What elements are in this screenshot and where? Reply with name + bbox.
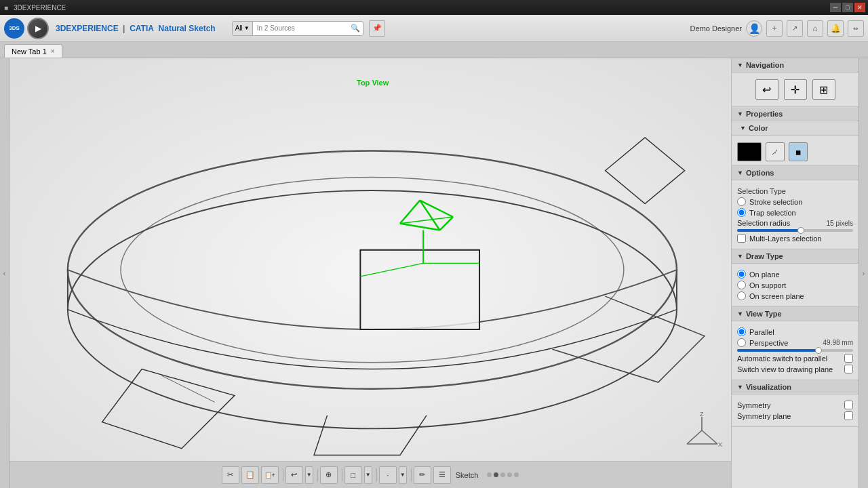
symmetry-checkbox[interactable] xyxy=(844,401,853,409)
pin-button[interactable]: 📌 xyxy=(369,20,385,37)
svg-line-16 xyxy=(702,430,717,444)
window-controls: ─ □ ✕ xyxy=(830,3,865,12)
symmetry-plane-checkbox[interactable] xyxy=(844,411,853,420)
tool-separator-4 xyxy=(374,468,377,482)
sketch-tool-1[interactable]: ✂ xyxy=(222,466,239,484)
sketch-tool-3[interactable]: 📋+ xyxy=(261,466,279,484)
perspective-slider-track xyxy=(737,349,853,352)
dot-4 xyxy=(507,472,512,477)
draw-type-header[interactable]: ▼ Draw Type xyxy=(732,249,859,264)
tool-separator-3 xyxy=(340,468,342,482)
navigation-title: Navigation xyxy=(746,61,784,69)
navigation-section: ▼ Navigation ↩ ✛ ⊞ xyxy=(732,58,859,107)
color-title: Color xyxy=(749,124,768,132)
options-arrow: ▼ xyxy=(737,169,743,176)
slider-track xyxy=(737,229,853,232)
app-icon: ■ xyxy=(4,4,8,12)
options-header[interactable]: ▼ Options xyxy=(732,166,859,180)
on-support-radio[interactable] xyxy=(737,281,746,289)
tab-new-tab-1[interactable]: New Tab 1 × xyxy=(4,44,62,58)
add-button[interactable]: ＋ xyxy=(766,20,783,37)
sketch-tool-extras[interactable]: ☰ xyxy=(433,466,451,484)
selection-radius-label: Selection radius xyxy=(737,219,790,227)
color-header[interactable]: ▼ Color xyxy=(732,121,859,136)
share-button[interactable]: ↗ xyxy=(787,20,803,37)
dot-3 xyxy=(500,472,505,477)
sketch-tool-select[interactable]: ⊕ xyxy=(320,466,338,484)
sketch-tool-undo[interactable]: ↩ xyxy=(285,466,303,484)
perspective-slider-thumb[interactable] xyxy=(815,347,822,354)
nav-move-button[interactable]: ✛ xyxy=(784,79,807,100)
slider-thumb[interactable] xyxy=(797,227,804,234)
view-type-section: ▼ View Type Parallel Perspective 49.98 m… xyxy=(732,307,859,380)
navigation-header[interactable]: ▼ Navigation xyxy=(732,58,859,73)
draw-type-title: Draw Type xyxy=(746,252,783,260)
right-panel-handle[interactable]: › xyxy=(859,58,868,488)
sketch-tool-point2[interactable]: ▼ xyxy=(399,466,407,484)
on-support-row: On support xyxy=(737,281,853,289)
switch-drawing-checkbox[interactable] xyxy=(844,365,853,373)
color-swatch-black[interactable] xyxy=(737,142,762,161)
main-layout: ‹ xyxy=(0,58,868,488)
perspective-slider-fill xyxy=(737,349,818,352)
stroke-selection-radio[interactable] xyxy=(737,197,746,206)
search-bar: All ▼ 🔍 xyxy=(232,21,363,36)
sketch-tool-point[interactable]: · xyxy=(379,466,397,484)
nav-fit-button[interactable]: ⊞ xyxy=(812,79,835,100)
on-screen-plane-radio[interactable] xyxy=(737,291,746,300)
color-gradient-icon[interactable]: ⟋ xyxy=(766,142,785,161)
top-toolbar: 3DS ▶ 3DEXPERIENCE | CATIA Natural Sketc… xyxy=(0,15,868,42)
search-dropdown[interactable]: All ▼ xyxy=(233,22,253,35)
right-panel: ▼ Navigation ↩ ✛ ⊞ ▼ Properties ▼ xyxy=(731,58,859,488)
notifications-button[interactable]: 🔔 xyxy=(827,20,844,37)
user-avatar-button[interactable]: 👤 xyxy=(746,20,762,37)
perspective-slider xyxy=(737,349,853,352)
svg-line-9 xyxy=(400,224,440,230)
parallel-radio[interactable] xyxy=(737,327,746,336)
perspective-radio[interactable] xyxy=(737,338,746,347)
sketch-tool-pen[interactable]: ✏ xyxy=(414,466,431,484)
multi-layers-label: Multi-Layers selection xyxy=(749,235,821,243)
search-input[interactable] xyxy=(253,24,348,32)
sketch-tool-rect2[interactable]: ▼ xyxy=(364,466,372,484)
play-button[interactable]: ▶ xyxy=(27,18,49,39)
multi-layers-checkbox[interactable] xyxy=(737,234,746,243)
view-type-header[interactable]: ▼ View Type xyxy=(732,307,859,321)
home-button[interactable]: ⌂ xyxy=(807,20,823,37)
auto-switch-label: Automatic switch to parallel xyxy=(737,354,841,363)
titlebar-text: 3DEXPERIENCE xyxy=(14,4,66,12)
color-fill-icon[interactable]: ◼ xyxy=(789,142,808,161)
canvas-area[interactable]: Top View X Z ✂ 📋 📋+ ↩ ▼ xyxy=(9,58,731,488)
expand-button[interactable]: ⇔ xyxy=(848,20,864,37)
properties-section: ▼ Properties ▼ Color ⟋ ◼ xyxy=(732,107,859,166)
visualization-arrow: ▼ xyxy=(737,384,743,390)
sketch-tool-undo-dropdown[interactable]: ▼ xyxy=(305,466,313,484)
visualization-header[interactable]: ▼ Visualization xyxy=(732,380,859,394)
close-button[interactable]: ✕ xyxy=(854,3,865,12)
draw-type-section: ▼ Draw Type On plane On support On scree… xyxy=(732,249,859,307)
on-plane-radio[interactable] xyxy=(737,270,746,279)
top-view-label: Top View xyxy=(357,79,389,87)
on-plane-label: On plane xyxy=(749,270,780,279)
minimize-button[interactable]: ─ xyxy=(830,3,841,12)
left-panel-handle[interactable]: ‹ xyxy=(0,58,9,488)
tab-close-icon[interactable]: × xyxy=(51,47,55,55)
maximize-button[interactable]: □ xyxy=(842,3,853,12)
sketch-tool-rect[interactable]: □ xyxy=(344,466,362,484)
properties-header[interactable]: ▼ Properties xyxy=(732,107,859,121)
nav-undo-button[interactable]: ↩ xyxy=(755,79,778,100)
toolbar-right: Demo Designer 👤 ＋ ↗ ⌂ 🔔 ⇔ xyxy=(690,20,864,37)
tool-separator-5 xyxy=(409,468,412,482)
tab-label: New Tab 1 xyxy=(12,47,47,56)
trap-selection-radio[interactable] xyxy=(737,208,746,217)
selection-type-label: Selection Type xyxy=(737,187,853,195)
tool-separator-2 xyxy=(315,468,318,482)
auto-switch-checkbox[interactable] xyxy=(844,354,853,363)
properties-title: Properties xyxy=(746,110,783,118)
dot-1 xyxy=(487,472,492,477)
search-icon[interactable]: 🔍 xyxy=(348,24,363,33)
sketch-tool-2[interactable]: 📋 xyxy=(241,466,259,484)
dot-2 xyxy=(494,472,498,477)
svg-text:Z: Z xyxy=(700,411,704,418)
trap-selection-row: Trap selection xyxy=(737,208,853,217)
